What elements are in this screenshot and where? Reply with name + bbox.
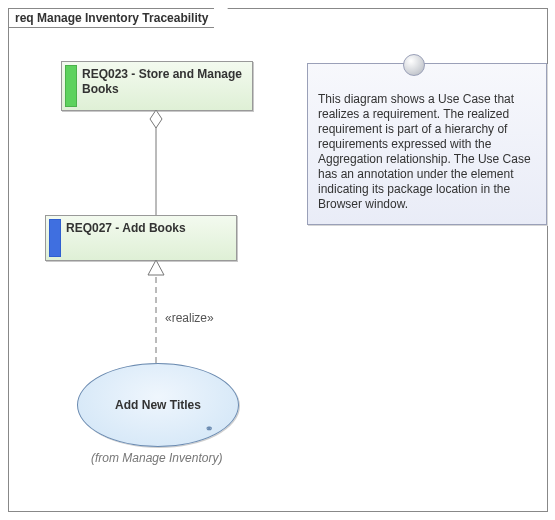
realize-label: «realize»: [165, 311, 214, 325]
realize-connector: [148, 260, 164, 363]
diagram-note[interactable]: This diagram shows a Use Case that reali…: [307, 63, 547, 225]
svg-marker-3: [148, 260, 164, 275]
requirement-leftbar: [65, 65, 77, 107]
requirement-label: REQ023 - Store and Manage Books: [82, 67, 246, 105]
note-text: This diagram shows a Use Case that reali…: [318, 92, 536, 212]
glasses-icon: ⚭: [205, 423, 212, 434]
diagram-frame: req Manage Inventory Traceability REQ023…: [8, 8, 548, 512]
requirement-leftbar: [49, 219, 61, 257]
pin-icon: [403, 54, 425, 76]
usecase-from-label: (from Manage Inventory): [91, 451, 222, 465]
svg-marker-1: [150, 110, 162, 128]
aggregation-connector: [150, 110, 162, 215]
frame-title-tab: req Manage Inventory Traceability: [8, 8, 228, 28]
frame-title-notch: [214, 8, 228, 28]
requirement-req023[interactable]: REQ023 - Store and Manage Books: [61, 61, 253, 111]
frame-title: req Manage Inventory Traceability: [8, 8, 214, 28]
usecase-label: Add New Titles: [115, 398, 201, 412]
requirement-label: REQ027 - Add Books: [66, 221, 230, 255]
usecase-add-new-titles[interactable]: Add New Titles ⚭: [77, 363, 239, 447]
requirement-req027[interactable]: REQ027 - Add Books: [45, 215, 237, 261]
